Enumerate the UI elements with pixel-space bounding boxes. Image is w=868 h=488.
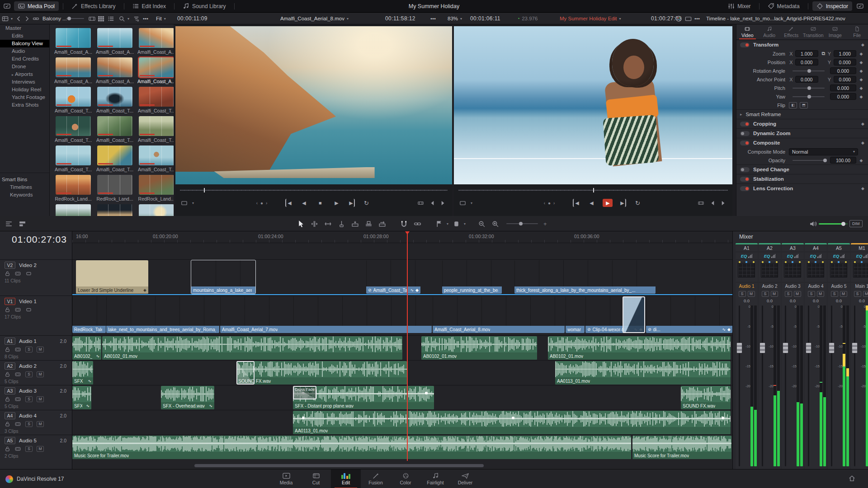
source-step-back-button[interactable]: ◀ (299, 199, 309, 207)
zoom-out-icon[interactable] (476, 219, 487, 229)
source-stop-button[interactable]: ■ (315, 199, 325, 207)
auto-select-icon[interactable] (14, 371, 21, 377)
media-clip[interactable]: Amalfi_Coast_A... (54, 28, 92, 57)
pitch-slider[interactable] (793, 88, 825, 89)
fader-area[interactable]: 0-5-10-15-20 (759, 304, 781, 469)
panel-toggle-right-icon[interactable] (857, 3, 863, 9)
lock-icon[interactable] (5, 307, 10, 313)
subtitle-track-icon[interactable] (16, 219, 28, 229)
lock-icon[interactable] (5, 271, 10, 277)
timeline-audio-clip[interactable]: SOUND FX.wav (236, 361, 407, 385)
timeline-audio-clip[interactable]: SFX...∿ (72, 386, 91, 409)
track-badge[interactable]: A2 (5, 362, 15, 370)
pan-control[interactable] (736, 260, 758, 282)
lock-icon[interactable] (5, 446, 10, 452)
fader-knob[interactable] (736, 343, 742, 353)
fader-knob[interactable] (829, 343, 835, 353)
timeline-skip-forward-button[interactable]: ▶ (619, 199, 626, 207)
monitor-volume-slider[interactable] (819, 223, 848, 225)
automation-keyframe[interactable] (512, 417, 514, 419)
fader-knob[interactable] (852, 343, 858, 353)
timeline-video-clip[interactable]: woman_ridi... (566, 296, 585, 333)
transform-section-header[interactable]: Transform◆ (736, 40, 868, 49)
timeline-play-button[interactable]: ▶ (603, 199, 613, 207)
sidebar-bin-yacht-footage[interactable]: Yacht Footage (0, 94, 49, 101)
source-play-button[interactable]: ▶ (331, 199, 341, 207)
anchor-x-field[interactable]: 0.000 (795, 76, 818, 83)
zoom-in-icon[interactable] (489, 219, 501, 229)
media-clip[interactable]: Amalfi_Coast_A... (54, 57, 92, 87)
media-clip[interactable] (96, 204, 134, 216)
timeline-audio-clip[interactable]: AB0102_01.mov (102, 336, 402, 360)
yaw-field[interactable]: 0.000 (830, 93, 856, 100)
mute-button[interactable]: M (37, 371, 44, 377)
fader-area[interactable]: 0-5-10-15-20 (736, 304, 758, 469)
timeline-step-back-button[interactable]: ◀ (586, 199, 596, 207)
timeline-audio-clip[interactable]: AB0102_01.mov (421, 336, 537, 360)
composite-toggle[interactable] (740, 141, 750, 145)
media-clip[interactable]: Amalfi_Coast_T... (137, 116, 174, 145)
flip-vertical-button[interactable]: ⬒ (800, 102, 808, 108)
page-tab-fusion[interactable]: Fusion (361, 469, 391, 488)
search-icon[interactable]: ▾ (118, 13, 129, 24)
menubar-item-inspector[interactable]: Inspector (812, 1, 852, 11)
mute-button[interactable]: M (748, 291, 755, 297)
media-clip[interactable] (54, 204, 92, 216)
inspector-tab-file[interactable]: File (846, 24, 868, 39)
replace-clip-button[interactable] (376, 219, 388, 229)
stabilization-toggle[interactable] (740, 177, 750, 182)
empty-track-icon[interactable] (25, 307, 32, 313)
page-tab-cut[interactable]: Cut (301, 469, 331, 488)
audio-crossfade[interactable]: Cross Fade (293, 386, 316, 399)
mute-button[interactable]: M (771, 291, 778, 297)
section-cropping[interactable]: Cropping◆ (736, 119, 868, 128)
media-clip[interactable]: Amalfi_Coast_A... (96, 28, 134, 57)
solo-button[interactable]: S (25, 371, 33, 377)
media-clip[interactable]: Amalfi_Coast_T... (96, 116, 134, 145)
timeline-audio-clip[interactable]: Music Score for Trailer.mov (72, 436, 631, 459)
timeline-zoom-dropdown[interactable]: 83%▾ (448, 13, 462, 24)
dynamic-trim-tool[interactable] (322, 219, 334, 229)
position-x-field[interactable]: 0.000 (795, 59, 818, 66)
overwrite-clip-button[interactable] (363, 219, 374, 229)
auto-select-icon[interactable] (14, 446, 21, 452)
media-clip[interactable]: Amalfi_Coast_T... (96, 87, 134, 116)
list-view-icon[interactable] (108, 13, 114, 24)
marker-button[interactable] (450, 219, 462, 229)
track-header-v1[interactable]: V1Video 117 Clips (0, 296, 72, 333)
timeline-video-clip[interactable]: Lower 3rd Simple Underline◈ (76, 260, 148, 294)
opacity-field[interactable]: 100.00 (830, 157, 856, 164)
timeline-video-clip[interactable]: lake_next_to_mountains_and_trees_aerial_… (106, 296, 219, 333)
timeline-audio-clip[interactable]: AA0113_01.mov (555, 361, 731, 385)
position-y-field[interactable]: 0.000 (834, 59, 857, 66)
rotation-slider[interactable] (793, 70, 825, 71)
pan-control[interactable] (782, 260, 804, 282)
source-more-button[interactable]: ••• (430, 13, 436, 24)
empty-track-icon[interactable] (25, 271, 32, 277)
media-clip[interactable]: Amalfi_Coast_A... (96, 57, 134, 87)
media-clip[interactable]: Amalfi_Coast_A... (137, 57, 174, 87)
solo-button[interactable]: S (739, 291, 746, 297)
timeline-audio-clip[interactable]: SFX - Je...∿ (72, 361, 93, 385)
thumbnail-view-icon[interactable] (98, 13, 104, 24)
track-badge[interactable]: A5 (5, 437, 15, 444)
project-home-icon[interactable] (849, 475, 855, 482)
auto-select-icon[interactable] (14, 396, 21, 402)
menubar-item-metadata[interactable]: Metadata (764, 1, 804, 11)
flag-button[interactable] (433, 219, 445, 229)
mute-button[interactable]: M (863, 291, 868, 297)
timeline-inout-icon[interactable] (698, 200, 704, 206)
smart-bin-timelines[interactable]: Timelines (0, 183, 49, 191)
pan-control[interactable] (805, 260, 827, 282)
viewer-more-button[interactable]: ••• (694, 13, 700, 24)
inspector-tab-video[interactable]: Video (736, 24, 759, 39)
source-view-options[interactable] (181, 200, 188, 206)
section-dynamic-zoom[interactable]: Dynamic Zoom (736, 128, 868, 138)
mute-button[interactable]: M (840, 291, 847, 297)
timeline-video-clip[interactable]: Amalfi_Coast_Aerial_8.mov (433, 296, 565, 333)
source-skip-back-button[interactable]: ◀ (285, 199, 292, 207)
track-badge[interactable]: A4 (5, 412, 15, 419)
media-clip[interactable] (137, 204, 174, 216)
timeline-view-chevron[interactable]: ▾ (471, 201, 472, 205)
fader-area[interactable]: 0-5-10-15-20 (828, 304, 850, 469)
